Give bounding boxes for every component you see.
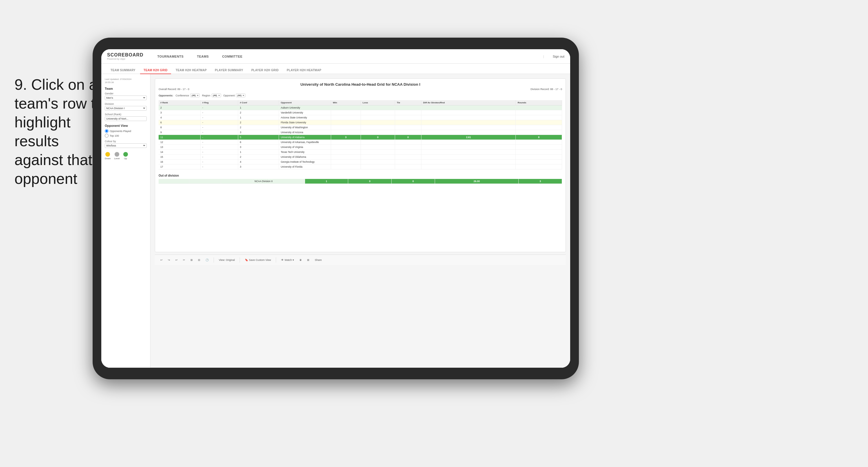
tablet-frame: SCOREBOARD Powered by clippi TOURNAMENTS… bbox=[93, 38, 579, 379]
table-row[interactable]: 2-1Auburn University bbox=[159, 106, 562, 110]
legend-up: Up bbox=[123, 152, 128, 160]
filter-row: Opponents: Conference (All) Region (All) bbox=[159, 93, 562, 97]
legend-up-label: Up bbox=[124, 157, 127, 160]
table-row[interactable]: 9-3University of Arizona bbox=[159, 130, 562, 135]
toolbar-save-custom[interactable]: 🔖 Save Custom View bbox=[243, 258, 272, 262]
sidebar-gender-select[interactable]: Men's bbox=[105, 95, 147, 100]
sidebar-division-label: Division bbox=[105, 103, 147, 106]
tab-team-summary[interactable]: TEAM SUMMARY bbox=[107, 67, 139, 74]
col-win: Win bbox=[331, 100, 361, 106]
table-row[interactable]: 15-2University of Oklahoma bbox=[159, 155, 562, 159]
tab-team-h2h-grid[interactable]: TEAM H2H GRID bbox=[140, 67, 171, 74]
table-row[interactable]: 4-1Arizona State University bbox=[159, 115, 562, 120]
table-row[interactable]: 17-3University of Florida bbox=[159, 165, 562, 169]
col-tie: Tie bbox=[395, 100, 421, 106]
sidebar-team-label: Team bbox=[105, 87, 147, 90]
filter-conference-group: Conference (All) bbox=[176, 93, 200, 97]
filter-opponents-label: Opponents: bbox=[159, 94, 174, 97]
table-row[interactable]: 8-2University of Washington bbox=[159, 125, 562, 130]
sub-nav: TEAM SUMMARY TEAM H2H GRID TEAM H2H HEAT… bbox=[101, 64, 570, 74]
table-row[interactable]: 14-1Texas Tech University bbox=[159, 150, 562, 155]
toolbar-clock[interactable]: 🕐 bbox=[204, 258, 210, 262]
sidebar-school-value: University of Nort... bbox=[105, 116, 147, 121]
col-reg: # Reg bbox=[200, 100, 238, 106]
nav-committee[interactable]: COMMITTEE bbox=[220, 54, 245, 59]
division-record: Division Record: 88 - 17 - 0 bbox=[530, 88, 562, 91]
sidebar-colour-by-label: Colour by bbox=[105, 140, 147, 143]
sidebar-gender-label: Gender bbox=[105, 92, 147, 95]
sidebar-opponent-view-label: Opponent View bbox=[105, 124, 147, 127]
logo-area: SCOREBOARD Powered by clippi bbox=[107, 52, 144, 60]
toolbar-redo[interactable]: ↪ bbox=[166, 258, 172, 262]
table-row[interactable]: 11-5University of Alabama3002.618 bbox=[159, 135, 562, 140]
odd-rounds: 3 bbox=[519, 179, 562, 184]
sidebar-radio-group: Opponents Played Top 100 bbox=[105, 129, 147, 138]
table-row[interactable]: 12-6University of Arkansas, Fayetteville bbox=[159, 140, 562, 145]
odd-loss: 0 bbox=[348, 179, 392, 184]
filter-conference-label: Conference bbox=[176, 94, 189, 97]
toolbar-undo[interactable]: ↩ bbox=[159, 258, 164, 262]
legend-level-dot bbox=[115, 152, 119, 157]
legend-down-dot bbox=[105, 152, 110, 157]
tab-player-h2h-grid[interactable]: PLAYER H2H GRID bbox=[248, 67, 282, 74]
toolbar-copy[interactable]: ⊞ bbox=[189, 258, 194, 262]
toolbar-monitor[interactable]: 🖥 bbox=[298, 258, 303, 262]
col-diff: Diff Av Strokes/Rnd bbox=[422, 100, 516, 106]
filter-region-label: Region bbox=[202, 94, 210, 97]
toolbar-scissors[interactable]: ✂ bbox=[182, 258, 187, 262]
out-of-division: Out of division NCAA Division II 1 0 bbox=[159, 174, 562, 184]
grid-container: University of North Carolina Head-to-Hea… bbox=[155, 79, 566, 252]
top-nav: SCOREBOARD Powered by clippi TOURNAMENTS… bbox=[101, 49, 570, 64]
legend-up-dot bbox=[123, 152, 128, 157]
odd-reg bbox=[189, 179, 221, 184]
sidebar-colour-by-select[interactable]: Win/loss bbox=[105, 143, 147, 148]
filter-conference-select[interactable]: (All) bbox=[190, 93, 200, 97]
toolbar-divider1 bbox=[214, 257, 214, 263]
grid-title: University of North Carolina Head-to-Hea… bbox=[159, 82, 562, 87]
toolbar-undo2[interactable]: ↩ bbox=[174, 258, 179, 262]
table-row[interactable]: 6-2Florida State University bbox=[159, 120, 562, 125]
sidebar-school-label: School (Rank) bbox=[105, 113, 147, 116]
radio-opponents-played[interactable]: Opponents Played bbox=[105, 129, 147, 133]
out-of-division-row[interactable]: NCAA Division II 1 0 0 26.00 3 bbox=[159, 179, 562, 184]
radio-top100[interactable]: Top 100 bbox=[105, 134, 147, 138]
table-header-row: # Rank # Reg # Conf Opponent Win Loss Ti… bbox=[159, 100, 562, 106]
filter-region-select[interactable]: (All) bbox=[212, 93, 221, 97]
col-conf: # Conf bbox=[238, 100, 279, 106]
overall-record: Overall Record: 89 - 17 - 0 bbox=[159, 88, 189, 91]
h2h-table: # Rank # Reg # Conf Opponent Win Loss Ti… bbox=[159, 100, 562, 169]
out-of-division-title: Out of division bbox=[159, 174, 562, 177]
toolbar-share[interactable]: Share bbox=[313, 258, 323, 262]
filter-opponent-select[interactable]: (All) bbox=[236, 93, 245, 97]
legend-down-label: Down bbox=[105, 157, 111, 160]
odd-rank bbox=[159, 179, 189, 184]
col-rounds: Rounds bbox=[516, 100, 562, 106]
odd-diff: 26.00 bbox=[435, 179, 518, 184]
table-row[interactable]: 16-4Georgia Institute of Technology bbox=[159, 159, 562, 165]
sidebar-division-select[interactable]: NCAA Division I bbox=[105, 106, 147, 111]
col-opponent: Opponent bbox=[279, 100, 331, 106]
table-row[interactable]: 13-3University of Virginia bbox=[159, 145, 562, 150]
tab-player-summary[interactable]: PLAYER SUMMARY bbox=[211, 67, 247, 74]
tab-team-h2h-heatmap[interactable]: TEAM H2H HEATMAP bbox=[172, 67, 210, 74]
toolbar-grid-icon[interactable]: ⊞ bbox=[306, 258, 311, 262]
sidebar-last-updated: Last Updated: 27/03/2024 16:55:38 bbox=[105, 78, 147, 84]
toolbar-paste[interactable]: ⊟ bbox=[196, 258, 202, 262]
filter-region-group: Region (All) bbox=[202, 93, 221, 97]
odd-win: 1 bbox=[305, 179, 348, 184]
col-rank: # Rank bbox=[159, 100, 200, 106]
tab-player-h2h-heatmap[interactable]: PLAYER H2H HEATMAP bbox=[283, 67, 325, 74]
toolbar-view[interactable]: View: Original bbox=[217, 258, 236, 262]
grid-records: Overall Record: 89 - 17 - 0 Division Rec… bbox=[159, 88, 562, 91]
sign-out-link[interactable]: Sign out bbox=[553, 55, 564, 58]
odd-label: NCAA Division II bbox=[253, 179, 305, 184]
nav-tournaments[interactable]: TOURNAMENTS bbox=[155, 54, 186, 59]
table-row[interactable]: 3-2Vanderbilt University bbox=[159, 110, 562, 115]
col-loss: Loss bbox=[361, 100, 395, 106]
sidebar-colour-legend: Down Level Up bbox=[105, 152, 147, 160]
legend-down: Down bbox=[105, 152, 111, 160]
logo-scoreboard: SCOREBOARD bbox=[107, 52, 144, 58]
nav-teams[interactable]: TEAMS bbox=[194, 54, 211, 59]
tablet-screen: SCOREBOARD Powered by clippi TOURNAMENTS… bbox=[101, 49, 570, 368]
toolbar-watch[interactable]: 👁 Watch ▾ bbox=[280, 258, 296, 262]
